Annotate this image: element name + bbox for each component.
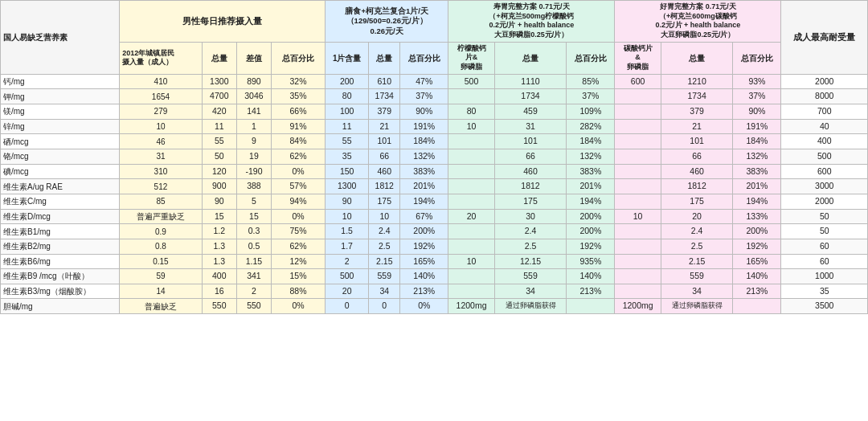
col-pct-b: 总百分比 <box>400 42 448 74</box>
table-cell: 88% <box>272 284 326 299</box>
nutrition-table: 国人易缺乏营养素 男性每日推荐摄入量 膳食+柯克兰复合1片/天（129/500=… <box>0 0 868 314</box>
col-diff: 差值 <box>236 42 271 74</box>
table-cell: 0% <box>272 299 326 314</box>
table-cell: 310 <box>120 164 202 179</box>
table-cell: 1.5 <box>325 224 368 239</box>
table-cell: 0.15 <box>120 254 202 269</box>
table-cell: 钾/mg <box>1 89 120 104</box>
table-cell: 11 <box>202 119 236 134</box>
table-cell: 1300 <box>202 74 236 89</box>
table-cell: 66 <box>494 149 567 165</box>
table-cell: -190 <box>236 164 271 179</box>
table-cell: 94% <box>272 194 326 209</box>
col-nutrient-header: 国人易缺乏营养素 <box>1 1 120 75</box>
table-cell: 213% <box>567 284 615 299</box>
table-cell: 194% <box>567 194 615 209</box>
table-cell: 1.7 <box>325 239 368 254</box>
table-cell: 50 <box>781 209 868 224</box>
table-cell: 120 <box>202 164 236 179</box>
col-total-c: 总量 <box>494 42 567 74</box>
table-cell <box>733 299 781 314</box>
table-cell: 460 <box>494 164 567 179</box>
table-cell: 200% <box>400 224 448 239</box>
col-pct-c: 总百分比 <box>567 42 615 74</box>
table-cell: 67% <box>400 209 448 224</box>
table-row: 维生素C/mg8590594%90175194%175194%175194%20… <box>1 194 868 209</box>
table-cell: 2 <box>236 284 271 299</box>
table-cell: 1734 <box>369 89 400 104</box>
table-cell: 192% <box>733 239 781 254</box>
table-cell: 383% <box>567 164 615 179</box>
table-cell: 192% <box>400 239 448 254</box>
table-cell: 0.9 <box>120 224 202 239</box>
table-cell: 35% <box>272 89 326 104</box>
col-daily-rec-header: 男性每日推荐摄入量 <box>120 1 326 43</box>
col-complex-header: 膳食+柯克兰复合1片/天（129/500=0.26元/片）0.26元/天 <box>325 1 448 43</box>
table-cell <box>615 194 661 209</box>
table-cell: 62% <box>272 239 326 254</box>
table-cell: 101 <box>369 134 400 149</box>
table-row: 维生素B6/mg0.151.31.1512%22.15165%1012.1593… <box>1 254 868 269</box>
table-cell: 37% <box>400 89 448 104</box>
table-cell: 141 <box>236 104 271 120</box>
table-cell: 175 <box>369 194 400 209</box>
table-cell: 460 <box>369 164 400 179</box>
table-cell: 0% <box>400 299 448 314</box>
table-cell: 15% <box>272 269 326 284</box>
table-row: 硒/mcg4655984%55101184%101184%101184%400 <box>1 134 868 149</box>
table-cell: 19 <box>236 149 271 165</box>
table-cell <box>615 179 661 194</box>
table-cell: 4700 <box>202 89 236 104</box>
table-cell: 1300 <box>325 179 368 194</box>
table-cell: 31 <box>120 149 202 165</box>
table-cell: 0.5 <box>236 239 271 254</box>
table-cell: 2.15 <box>369 254 400 269</box>
table-cell: 175 <box>494 194 567 209</box>
table-cell <box>615 89 661 104</box>
table-cell: 700 <box>781 104 868 120</box>
table-cell: 40 <box>781 119 868 134</box>
table-row: 镁/mg27942014166%10037990%80459109%37990%… <box>1 104 868 120</box>
table-cell: 8000 <box>781 89 868 104</box>
table-row: 钙/mg410130089032%20061047%500111085%6001… <box>1 74 868 89</box>
table-cell <box>615 269 661 284</box>
col-total-d: 总量 <box>661 42 733 74</box>
table-cell: 90 <box>325 194 368 209</box>
table-cell: 60 <box>781 254 868 269</box>
table-cell: 铬/mcg <box>1 149 120 165</box>
table-cell: 200 <box>325 74 368 89</box>
table-row: 维生素B1/mg0.91.20.375%1.52.4200%2.4200%2.4… <box>1 224 868 239</box>
col-total: 总量 <box>202 42 236 74</box>
table-cell: 0% <box>272 209 326 224</box>
table-cell: 201% <box>733 179 781 194</box>
table-cell: 512 <box>120 179 202 194</box>
table-row: 维生素B2/mg0.81.30.562%1.72.5192%2.5192%2.5… <box>1 239 868 254</box>
table-cell <box>448 284 494 299</box>
table-cell: 2000 <box>781 194 868 209</box>
table-cell: 132% <box>733 149 781 165</box>
table-cell: 1.2 <box>202 224 236 239</box>
table-cell: 34 <box>494 284 567 299</box>
table-cell: 1200mg <box>615 299 661 314</box>
table-cell: 10 <box>120 119 202 134</box>
table-cell: 2.5 <box>369 239 400 254</box>
table-cell: 50 <box>781 224 868 239</box>
table-cell: 383% <box>400 164 448 179</box>
col-one-serve: 1片含量 <box>325 42 368 74</box>
table-cell: 3000 <box>781 179 868 194</box>
table-cell: 201% <box>567 179 615 194</box>
table-cell: 34 <box>661 284 733 299</box>
table-cell: 132% <box>400 149 448 165</box>
table-cell: 559 <box>369 269 400 284</box>
table-cell: 20 <box>325 284 368 299</box>
table-cell: 132% <box>567 149 615 165</box>
table-cell: 10 <box>615 209 661 224</box>
table-cell: 2000 <box>781 74 868 89</box>
table-cell: 1210 <box>661 74 733 89</box>
table-cell: 379 <box>369 104 400 120</box>
table-cell: 碘/mcg <box>1 164 120 179</box>
table-cell: 140% <box>567 269 615 284</box>
table-cell: 55 <box>202 134 236 149</box>
table-cell: 34 <box>369 284 400 299</box>
table-cell: 维生素B3/mg（烟酸胺） <box>1 284 120 299</box>
